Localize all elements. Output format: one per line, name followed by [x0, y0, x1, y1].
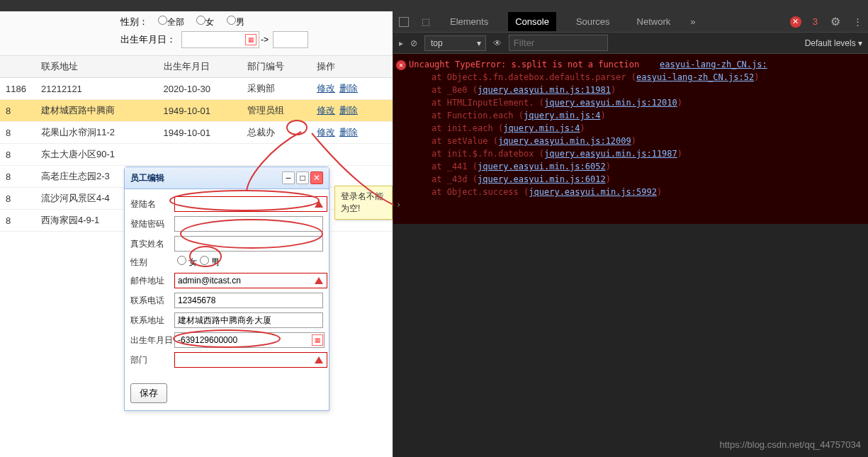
console-toolbar: ▸ ⊘ top 👁 Default levels ▾ — [393, 33, 868, 54]
dialog-close-icon[interactable]: ✕ — [310, 171, 323, 184]
table-row[interactable]: 8东土大唐小区90-1 — [0, 144, 393, 166]
address-input[interactable] — [174, 312, 323, 328]
window-topbar — [0, 0, 393, 11]
validation-tooltip: 登录名不能为空! — [334, 186, 393, 220]
tab-elements[interactable]: Elements — [443, 12, 495, 31]
more-tabs-icon[interactable]: » — [690, 16, 695, 27]
stack-file-link[interactable]: easyui-lang-zh_CN.js:52 — [636, 72, 754, 82]
login-pwd-label: 登陆密码 — [130, 218, 174, 230]
stack-frame: at HTMLInputElement. (jquery.easyui.min.… — [396, 96, 865, 109]
gender-radio-female[interactable] — [196, 16, 205, 25]
watermark-text: https://blog.csdn.net/qq_44757034 — [720, 439, 862, 450]
login-pwd-input[interactable] — [174, 216, 323, 232]
table-row[interactable]: 8建材城西路中腾商1949-10-01管理员组修改删除 — [0, 100, 393, 122]
gender-radio-group: 全部 女 男 — [154, 16, 250, 28]
birthday-to-input[interactable] — [273, 31, 308, 48]
phone-input[interactable] — [174, 293, 323, 308]
console-sidebar-icon[interactable]: ▸ — [399, 38, 403, 48]
stack-frame: at _43d (jquery.easyui.min.js:6012) — [396, 173, 865, 186]
birthday-label: 出生年月日： — [120, 33, 176, 46]
stack-file-link[interactable]: jquery.easyui.min.js:12009 — [498, 136, 631, 146]
table-header: 联系地址 — [35, 56, 158, 78]
stack-file-link[interactable]: jquery.easyui.min.js:12010 — [544, 98, 677, 108]
gender-form-group: 女 男 — [174, 256, 220, 269]
gender-radio-male[interactable] — [227, 16, 236, 25]
gender-form-label: 性别 — [130, 256, 174, 269]
dept-input[interactable] — [174, 352, 327, 368]
kebab-menu-icon[interactable]: ⋮ — [853, 16, 862, 27]
stack-file-link[interactable]: jquery.easyui.min.js:5992 — [529, 187, 657, 197]
log-levels-dropdown[interactable]: Default levels ▾ — [805, 38, 862, 48]
date-arrow: -> — [261, 35, 269, 45]
error-icon: ✕ — [396, 60, 406, 70]
dept-label: 部门 — [130, 354, 174, 366]
phone-label: 联系电话 — [130, 295, 174, 307]
birthday-form-label: 出生年月日 — [130, 334, 174, 346]
save-button[interactable]: 保存 — [130, 383, 167, 403]
stack-frame: at init.$.fn.datebox (jquery.easyui.min.… — [396, 147, 865, 160]
dialog-gender-male[interactable] — [200, 256, 209, 265]
stack-frame: at Object.$.fn.datebox.defaults.parser (… — [396, 71, 865, 84]
eye-icon[interactable]: 👁 — [493, 38, 502, 48]
stack-frame: at _441 (jquery.easyui.min.js:6052) — [396, 160, 865, 173]
stack-file-link[interactable]: jquery.min.js:4 — [503, 123, 580, 133]
edit-link[interactable]: 修改 — [317, 83, 335, 94]
warning-icon — [315, 356, 323, 363]
devtools-tabbar: ⬚ Elements Console Sources Network » ✕3 … — [393, 11, 868, 33]
stack-file-link[interactable]: jquery.easyui.min.js:11987 — [544, 149, 677, 159]
device-icon[interactable]: ⬚ — [422, 16, 430, 27]
app-left-panel: 性别： 全部 女 男 出生年月日： ▦ -> 联系地址出生年 — [0, 0, 393, 457]
dialog-header[interactable]: 员工编辑 – □ ✕ — [125, 167, 329, 189]
stack-frame: at Object.success (jquery.easyui.min.js:… — [396, 186, 865, 198]
email-label: 邮件地址 — [130, 275, 174, 287]
stack-frame: at init.each (jquery.min.js:4) — [396, 122, 865, 135]
dialog-gender-female[interactable] — [177, 256, 186, 265]
clear-console-icon[interactable]: ⊘ — [410, 38, 417, 48]
address-label: 联系地址 — [130, 315, 174, 327]
inspect-icon[interactable] — [399, 17, 409, 27]
tab-console[interactable]: Console — [508, 12, 556, 31]
calendar-icon[interactable]: ▦ — [312, 334, 323, 346]
stack-file-link[interactable]: jquery.easyui.min.js:6012 — [478, 174, 606, 184]
calendar-icon[interactable]: ▦ — [245, 34, 257, 45]
login-name-label: 登陆名 — [130, 198, 174, 210]
dialog-maximize-icon[interactable]: □ — [296, 171, 309, 184]
error-message: Uncaught TypeError: s.split is not a fun… — [409, 60, 639, 69]
real-name-label: 真实姓名 — [130, 238, 174, 250]
stack-frame: at _8e0 (jquery.easyui.min.js:11981) — [396, 84, 865, 96]
error-source-link[interactable]: easyui-lang-zh_CN.js: — [660, 60, 767, 69]
stack-file-link[interactable]: jquery.easyui.min.js:6052 — [478, 162, 606, 171]
context-dropdown[interactable]: top — [424, 35, 486, 51]
console-filter-input[interactable] — [509, 35, 608, 51]
tab-sources[interactable]: Sources — [569, 12, 617, 31]
real-name-input[interactable] — [174, 236, 323, 252]
dialog-title: 员工编辑 — [130, 172, 164, 184]
delete-link[interactable]: 删除 — [339, 83, 358, 94]
stack-file-link[interactable]: jquery.easyui.min.js:11981 — [478, 85, 611, 95]
stack-file-link[interactable]: jquery.min.js:4 — [524, 111, 600, 120]
tab-network[interactable]: Network — [630, 12, 678, 31]
gender-label: 性别： — [120, 16, 148, 28]
warning-icon — [315, 277, 323, 284]
settings-gear-icon[interactable]: ⚙ — [830, 15, 840, 28]
table-header: 出生年月日 — [158, 56, 242, 78]
devtools-panel: ⬚ Elements Console Sources Network » ✕3 … — [393, 0, 868, 457]
edit-link[interactable]: 修改 — [317, 127, 335, 137]
table-row[interactable]: 1186212121212020-10-30采购部修改删除 — [0, 78, 393, 100]
birthday-input[interactable] — [174, 332, 325, 348]
edit-link[interactable]: 修改 — [317, 105, 335, 115]
login-name-input[interactable] — [174, 196, 327, 212]
warning-icon — [315, 201, 323, 208]
console-output[interactable]: ✕Uncaught TypeError: s.split is not a fu… — [393, 54, 868, 224]
dialog-collapse-icon[interactable]: – — [282, 171, 295, 184]
error-count-badge[interactable]: ✕ — [790, 16, 801, 28]
table-header: 部门编号 — [242, 56, 311, 78]
table-header: 操作 — [311, 56, 393, 78]
delete-link[interactable]: 删除 — [339, 105, 358, 115]
delete-link[interactable]: 删除 — [339, 127, 358, 137]
search-form: 性别： 全部 女 男 出生年月日： ▦ -> — [0, 11, 393, 56]
table-row[interactable]: 8花果山水帘洞11-21949-10-01总裁办修改删除 — [0, 122, 393, 144]
gender-radio-all[interactable] — [158, 16, 167, 25]
email-input[interactable] — [174, 273, 327, 288]
stack-frame: at Function.each (jquery.min.js:4) — [396, 109, 865, 122]
